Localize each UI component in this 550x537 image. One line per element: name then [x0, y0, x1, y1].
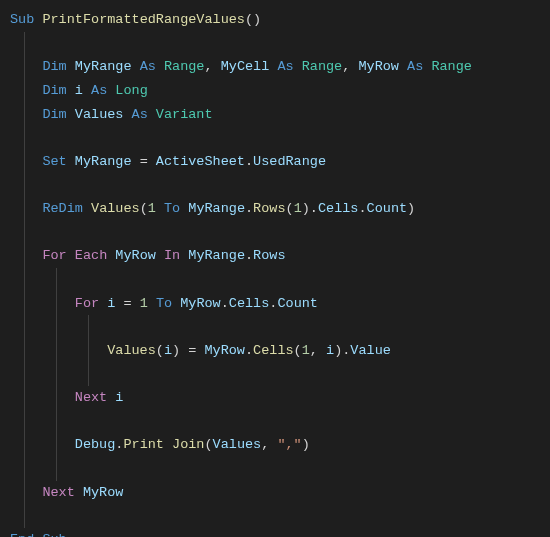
keyword-for: For	[42, 248, 66, 263]
prop: Rows	[253, 201, 285, 216]
dot: .	[358, 201, 366, 216]
code-line: Dim MyRange As Range, MyCell As Range, M…	[10, 55, 540, 79]
prop: Count	[277, 296, 318, 311]
keyword-dim: Dim	[42, 107, 66, 122]
type: Range	[431, 59, 472, 74]
comma: ,	[310, 343, 326, 358]
rparen: )	[407, 201, 415, 216]
blank-line	[10, 268, 540, 292]
code-line: Debug.Print Join(Values, ",")	[10, 433, 540, 457]
dot: .	[310, 201, 318, 216]
var: MyRange	[188, 201, 245, 216]
comma: ,	[204, 59, 220, 74]
code-line: End Sub	[10, 528, 540, 537]
dot: .	[245, 201, 253, 216]
lparen: (	[140, 201, 148, 216]
prop: Cells	[229, 296, 270, 311]
code-line: Next MyRow	[10, 481, 540, 505]
keyword-to: To	[156, 296, 172, 311]
keyword-as: As	[277, 59, 293, 74]
prop: Rows	[253, 248, 285, 263]
string: ","	[277, 437, 301, 452]
blank-line	[10, 504, 540, 528]
lparen: (	[204, 437, 212, 452]
prop: Cells	[253, 343, 294, 358]
var: Values	[75, 107, 124, 122]
code-editor: Sub PrintFormattedRangeValues() Dim MyRa…	[0, 0, 550, 537]
keyword-sub: Sub	[10, 12, 34, 27]
keyword-end-sub: End Sub	[10, 532, 67, 537]
code-line: Sub PrintFormattedRangeValues()	[10, 8, 540, 32]
number: 1	[140, 296, 148, 311]
blank-line	[10, 221, 540, 245]
eq: =	[132, 154, 156, 169]
fn: Print	[123, 437, 164, 452]
blank-line	[10, 410, 540, 434]
blank-line	[10, 362, 540, 386]
var: MyCell	[221, 59, 270, 74]
keyword-as: As	[91, 83, 107, 98]
parens: ()	[245, 12, 261, 27]
var: MyRow	[180, 296, 221, 311]
code-line: For i = 1 To MyRow.Cells.Count	[10, 292, 540, 316]
var: MyRange	[75, 59, 132, 74]
blank-line	[10, 126, 540, 150]
code-line: For Each MyRow In MyRange.Rows	[10, 244, 540, 268]
code-line: Set MyRange = ActiveSheet.UsedRange	[10, 150, 540, 174]
obj: Debug	[75, 437, 116, 452]
var: Values	[107, 343, 156, 358]
code-line: ReDim Values(1 To MyRange.Rows(1).Cells.…	[10, 197, 540, 221]
obj: ActiveSheet	[156, 154, 245, 169]
lparen: (	[156, 343, 164, 358]
type: Range	[164, 59, 205, 74]
keyword-dim: Dim	[42, 59, 66, 74]
var: Values	[91, 201, 140, 216]
number: 1	[302, 343, 310, 358]
prop: Cells	[318, 201, 359, 216]
rparen: )	[172, 343, 180, 358]
keyword-next: Next	[75, 390, 107, 405]
keyword-for: For	[75, 296, 99, 311]
keyword-dim: Dim	[42, 83, 66, 98]
var: MyRange	[188, 248, 245, 263]
keyword-as: As	[407, 59, 423, 74]
eq: =	[115, 296, 139, 311]
rparen: )	[302, 201, 310, 216]
keyword-to: To	[164, 201, 180, 216]
code-line: Dim Values As Variant	[10, 103, 540, 127]
var: MyRange	[75, 154, 132, 169]
eq: =	[180, 343, 204, 358]
code-line: Dim i As Long	[10, 79, 540, 103]
var: i	[326, 343, 334, 358]
lparen: (	[286, 201, 294, 216]
comma: ,	[342, 59, 358, 74]
rparen: )	[302, 437, 310, 452]
type: Range	[302, 59, 343, 74]
var: Values	[213, 437, 262, 452]
var: i	[164, 343, 172, 358]
code-line: Values(i) = MyRow.Cells(1, i).Value	[10, 339, 540, 363]
dot: .	[245, 154, 253, 169]
prop: Value	[350, 343, 391, 358]
var: i	[115, 390, 123, 405]
keyword-redim: ReDim	[42, 201, 83, 216]
number: 1	[148, 201, 156, 216]
blank-line	[10, 315, 540, 339]
blank-line	[10, 32, 540, 56]
var: MyRow	[204, 343, 245, 358]
prop: Count	[367, 201, 408, 216]
var: MyRow	[115, 248, 156, 263]
var: MyRow	[358, 59, 399, 74]
code-line: Next i	[10, 386, 540, 410]
keyword-each: Each	[75, 248, 107, 263]
var: i	[75, 83, 83, 98]
type: Variant	[156, 107, 213, 122]
comma: ,	[261, 437, 277, 452]
dot: .	[221, 296, 229, 311]
type: Long	[115, 83, 147, 98]
lparen: (	[294, 343, 302, 358]
number: 1	[294, 201, 302, 216]
blank-line	[10, 457, 540, 481]
keyword-set: Set	[42, 154, 66, 169]
keyword-as: As	[132, 107, 148, 122]
